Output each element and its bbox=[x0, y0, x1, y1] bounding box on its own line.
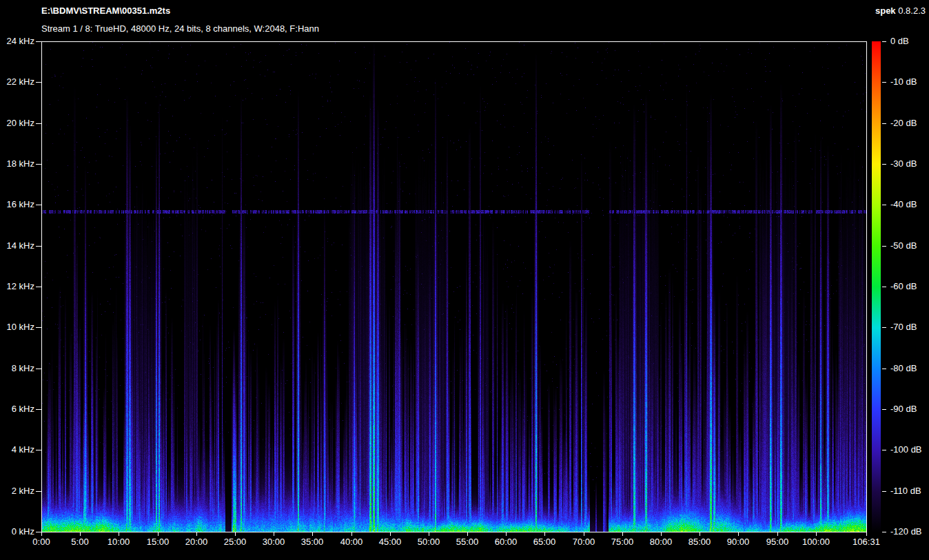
time-tick-mark bbox=[506, 532, 507, 536]
time-tick-mark bbox=[158, 532, 159, 536]
db-tick-label: -30 dB bbox=[890, 158, 929, 169]
db-tick-mark bbox=[882, 409, 886, 410]
freq-tick-label: 10 kHz bbox=[0, 322, 34, 333]
freq-tick-mark bbox=[36, 532, 41, 532]
time-tick-mark bbox=[622, 532, 623, 536]
time-tick-label: 35:00 bbox=[290, 537, 334, 548]
freq-tick-label: 20 kHz bbox=[0, 118, 34, 129]
freq-tick-label: 16 kHz bbox=[0, 199, 34, 210]
app-version: 0.8.2.3 bbox=[898, 6, 926, 16]
time-tick-label: 55:00 bbox=[445, 537, 489, 548]
time-tick-label: 50:00 bbox=[407, 537, 451, 548]
db-tick-label: -40 dB bbox=[890, 199, 929, 210]
time-tick-label: 0:00 bbox=[19, 537, 63, 548]
freq-tick-label: 2 kHz bbox=[0, 486, 34, 497]
colorbar-gradient bbox=[872, 41, 881, 532]
freq-tick-mark bbox=[36, 164, 41, 165]
db-tick-mark bbox=[882, 450, 886, 450]
db-tick-label: -60 dB bbox=[890, 281, 929, 292]
freq-tick-mark bbox=[36, 327, 41, 328]
freq-tick-label: 14 kHz bbox=[0, 240, 34, 251]
db-tick-mark bbox=[882, 41, 886, 42]
time-tick-mark bbox=[312, 532, 313, 536]
freq-tick-label: 6 kHz bbox=[0, 404, 34, 415]
db-tick-mark bbox=[882, 82, 886, 83]
stream-info-subtitle: Stream 1 / 8: TrueHD, 48000 Hz, 24 bits,… bbox=[41, 23, 319, 34]
freq-tick-mark bbox=[36, 205, 41, 205]
db-tick-mark bbox=[882, 123, 886, 124]
freq-tick-mark bbox=[36, 287, 41, 287]
freq-tick-label: 24 kHz bbox=[0, 36, 34, 47]
time-tick-mark bbox=[390, 532, 391, 536]
spectrogram-canvas bbox=[42, 42, 866, 532]
freq-tick-label: 18 kHz bbox=[0, 158, 34, 169]
time-tick-mark bbox=[544, 532, 545, 536]
spek-app-window: E:\BDMV\STREAM\00351.m2ts Stream 1 / 8: … bbox=[0, 0, 929, 560]
time-tick-mark bbox=[584, 532, 584, 536]
time-tick-mark bbox=[661, 532, 662, 536]
db-tick-label: -10 dB bbox=[890, 76, 929, 87]
db-tick-mark bbox=[882, 369, 886, 369]
freq-tick-label: 4 kHz bbox=[0, 444, 34, 455]
spectrogram-plot bbox=[41, 41, 867, 532]
db-tick-mark bbox=[882, 532, 886, 532]
time-tick-mark bbox=[119, 532, 119, 536]
time-tick-mark bbox=[274, 532, 274, 536]
time-tick-label: 75:00 bbox=[600, 537, 644, 548]
time-tick-label: 90:00 bbox=[716, 537, 760, 548]
db-tick-label: -50 dB bbox=[890, 240, 929, 251]
app-name: spek bbox=[875, 6, 896, 16]
freq-tick-label: 22 kHz bbox=[0, 76, 34, 87]
db-tick-mark bbox=[882, 164, 886, 165]
freq-tick-mark bbox=[36, 491, 41, 492]
db-tick-label: -20 dB bbox=[890, 118, 929, 129]
time-tick-label: 10:00 bbox=[96, 537, 141, 548]
freq-tick-mark bbox=[36, 369, 41, 369]
freq-tick-mark bbox=[36, 246, 41, 247]
file-path-title: E:\BDMV\STREAM\00351.m2ts bbox=[41, 6, 170, 16]
time-tick-label: 5:00 bbox=[58, 537, 102, 548]
time-tick-mark bbox=[467, 532, 468, 536]
time-tick-label: 25:00 bbox=[213, 537, 257, 548]
freq-tick-label: 8 kHz bbox=[0, 363, 34, 374]
freq-tick-label: 12 kHz bbox=[0, 281, 34, 292]
time-tick-mark bbox=[80, 532, 81, 536]
db-tick-mark bbox=[882, 327, 886, 328]
time-tick-label: 65:00 bbox=[522, 537, 566, 548]
freq-tick-mark bbox=[36, 450, 41, 450]
app-brand: spek 0.8.2.3 bbox=[875, 6, 926, 16]
time-tick-label: 70:00 bbox=[562, 537, 606, 548]
time-tick-label: 100:00 bbox=[794, 537, 838, 548]
time-tick-label: 106:31 bbox=[844, 537, 888, 548]
time-tick-label: 95:00 bbox=[755, 537, 799, 548]
db-tick-label: -90 dB bbox=[890, 404, 929, 415]
time-tick-mark bbox=[866, 532, 867, 536]
db-tick-label: -120 dB bbox=[890, 526, 929, 537]
time-tick-mark bbox=[777, 532, 778, 536]
time-tick-label: 60:00 bbox=[484, 537, 528, 548]
time-tick-label: 20:00 bbox=[174, 537, 218, 548]
freq-tick-label: 0 kHz bbox=[0, 526, 34, 537]
time-tick-label: 85:00 bbox=[677, 537, 722, 548]
time-tick-label: 80:00 bbox=[639, 537, 683, 548]
db-tick-mark bbox=[882, 205, 886, 205]
db-tick-label: -80 dB bbox=[890, 363, 929, 374]
freq-tick-mark bbox=[36, 409, 41, 410]
freq-tick-mark bbox=[36, 41, 41, 42]
time-tick-label: 30:00 bbox=[252, 537, 296, 548]
freq-tick-mark bbox=[36, 82, 41, 83]
time-tick-label: 45:00 bbox=[368, 537, 412, 548]
time-tick-mark bbox=[738, 532, 739, 536]
time-tick-mark bbox=[235, 532, 236, 536]
time-tick-mark bbox=[429, 532, 429, 536]
time-tick-mark bbox=[700, 532, 700, 536]
db-tick-mark bbox=[882, 491, 886, 492]
time-tick-mark bbox=[816, 532, 817, 536]
db-tick-mark bbox=[882, 287, 886, 287]
db-tick-label: -100 dB bbox=[890, 444, 929, 455]
time-tick-mark bbox=[41, 532, 42, 536]
db-tick-label: 0 dB bbox=[890, 36, 929, 47]
freq-tick-mark bbox=[36, 123, 41, 124]
db-tick-label: -70 dB bbox=[890, 322, 929, 333]
db-tick-mark bbox=[882, 246, 886, 247]
